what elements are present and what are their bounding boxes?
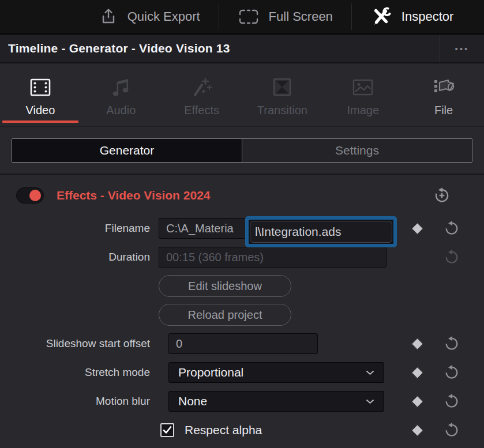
inspector-title-bar: Timeline - Generator - Video Vision 13 •… (0, 35, 484, 63)
panel-title: Timeline - Generator - Video Vision 13 (0, 42, 440, 55)
respect-alpha-label: Respect alpha (185, 423, 262, 437)
parameters-panel: Effects - Video Vision 2024 Filename C:\… (0, 175, 484, 448)
music-note-icon (111, 73, 132, 103)
tab-effects[interactable]: Effects (162, 63, 242, 126)
reset-icon (444, 249, 460, 265)
tab-image[interactable]: Image (322, 63, 403, 126)
tab-audio-label: Audio (106, 104, 136, 117)
toggle-knob (29, 190, 41, 201)
edit-slideshow-button[interactable]: Edit slideshow (159, 275, 291, 297)
inspector-label: Inspector (402, 9, 454, 24)
filename-row: Filename C:\A_Materia l\Integration.ads (0, 214, 484, 243)
tab-video[interactable]: Video (0, 63, 81, 126)
subtab-section: Generator Settings (0, 127, 484, 175)
tab-transition-label: Transition (257, 104, 307, 117)
full-screen-button[interactable]: Full Screen (219, 0, 351, 33)
effects-section-title: Effects - Video Vision 2024 (57, 189, 211, 202)
tab-audio[interactable]: Audio (81, 63, 162, 126)
keyframe-diamond-icon[interactable] (411, 395, 423, 407)
inspector-icon (370, 6, 392, 27)
filename-label: Filename (0, 222, 150, 235)
effects-enable-toggle[interactable] (16, 187, 44, 204)
reset-icon[interactable] (444, 364, 460, 381)
slideshow-offset-label: Slideshow start offset (0, 337, 150, 350)
stretch-mode-select[interactable]: Proportional (168, 362, 384, 383)
reload-project-row: Reload project (0, 300, 484, 329)
subtab-settings[interactable]: Settings (242, 139, 472, 162)
tab-image-label: Image (347, 104, 379, 117)
duration-row: Duration 00:15 (360 frames) (0, 243, 484, 272)
motion-blur-select[interactable]: None (168, 391, 384, 412)
stretch-mode-row: Stretch mode Proportional (0, 358, 484, 387)
motion-blur-row: Motion blur None (0, 387, 484, 416)
inspector-button[interactable]: Inspector (352, 0, 472, 33)
options-menu-button[interactable]: ••• (440, 44, 484, 54)
generator-settings-switch: Generator Settings (12, 138, 472, 163)
full-screen-label: Full Screen (269, 9, 333, 24)
fullscreen-icon (238, 8, 260, 25)
keyframe-diamond-icon[interactable] (411, 424, 423, 436)
film-icon (28, 73, 53, 103)
respect-alpha-checkbox[interactable] (160, 423, 174, 437)
image-icon (351, 73, 375, 103)
reset-icon[interactable] (444, 422, 460, 438)
inspector-tabs: Video Audio Effects (0, 63, 484, 127)
tab-video-label: Video (26, 104, 55, 117)
motion-blur-label: Motion blur (0, 395, 150, 408)
respect-alpha-row: Respect alpha (0, 416, 484, 445)
chevron-down-icon (366, 399, 374, 404)
keyframe-diamond-icon[interactable] (411, 366, 423, 378)
stretch-mode-value: Proportional (178, 366, 243, 379)
filename-edit-overlay[interactable]: l\Integration.ads (245, 216, 397, 247)
keyframe-diamond-icon[interactable] (411, 337, 423, 349)
reset-icon[interactable] (444, 220, 460, 236)
active-tab-underline (2, 121, 78, 123)
slideshow-offset-input[interactable]: 0 (168, 333, 318, 354)
slideshow-offset-row: Slideshow start offset 0 (0, 329, 484, 358)
duration-label: Duration (0, 251, 150, 263)
edit-slideshow-row: Edit slideshow (0, 272, 484, 300)
duration-input: 00:15 (360 frames) (159, 247, 387, 268)
reset-icon[interactable] (444, 336, 460, 352)
chevron-down-icon (366, 370, 374, 375)
effects-header-row: Effects - Video Vision 2024 (0, 182, 484, 209)
quick-export-label: Quick Export (127, 9, 200, 24)
magic-wand-icon (190, 73, 213, 103)
quick-export-button[interactable]: Quick Export (80, 0, 219, 33)
subtab-generator[interactable]: Generator (12, 139, 242, 162)
keyframe-diamond-icon[interactable] (411, 222, 423, 234)
reset-all-plus-icon[interactable] (433, 187, 451, 204)
stretch-mode-label: Stretch mode (0, 366, 150, 379)
tab-effects-label: Effects (184, 104, 219, 117)
top-toolbar: Quick Export Full Screen Inspector (0, 0, 484, 35)
checkmark-icon (163, 426, 172, 434)
export-icon (99, 7, 118, 27)
hourglass-transition-icon (271, 73, 294, 103)
tab-transition[interactable]: Transition (242, 63, 322, 126)
filename-edit-input[interactable]: l\Integration.ads (250, 221, 392, 243)
camera-file-icon (431, 73, 456, 103)
motion-blur-value: None (178, 394, 207, 408)
tab-file-label: File (434, 104, 453, 117)
reload-project-button[interactable]: Reload project (159, 304, 291, 326)
tab-file[interactable]: File (403, 63, 484, 126)
reset-icon[interactable] (444, 393, 460, 409)
